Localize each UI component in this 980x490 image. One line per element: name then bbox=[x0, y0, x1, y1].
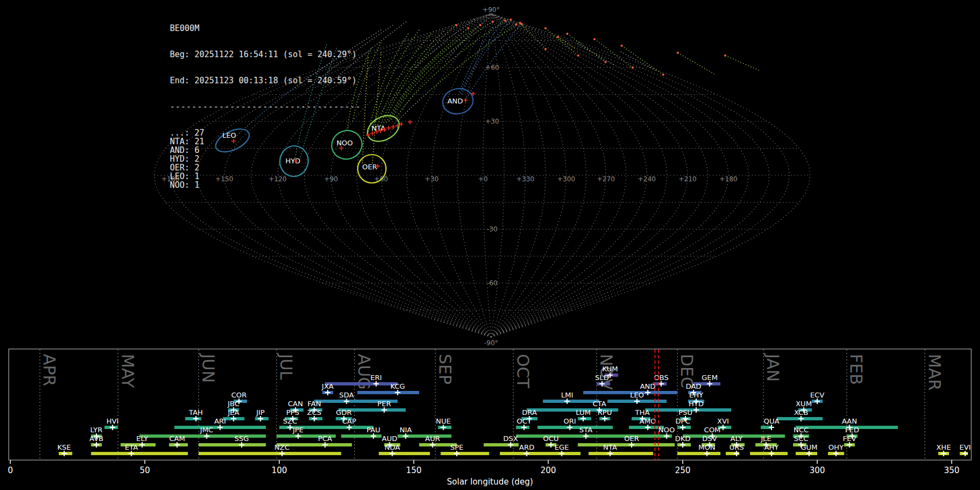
x-axis-tick-label: 200 bbox=[541, 465, 556, 475]
x-axis-title: Solar longitude (deg) bbox=[447, 477, 533, 487]
shower-code-label: URS bbox=[729, 443, 744, 451]
peak-marker bbox=[941, 451, 946, 456]
drift-trail bbox=[382, 25, 456, 126]
peak-marker bbox=[62, 451, 67, 456]
meteor-plus-marker bbox=[366, 133, 370, 137]
shower-code-label: FAN bbox=[308, 400, 321, 408]
peak-marker bbox=[403, 433, 408, 439]
drift-trail bbox=[388, 25, 480, 122]
trail-endpoint-dot bbox=[621, 45, 623, 47]
shower-code-label: CAM bbox=[169, 434, 185, 443]
shower-code-label: EHY bbox=[689, 391, 703, 399]
trail-endpoint-dot bbox=[510, 19, 512, 21]
shower-code-label: ARI bbox=[214, 417, 226, 425]
trail-endpoint-dot bbox=[662, 74, 664, 76]
shower-bar-tah: TAH bbox=[185, 408, 203, 421]
meteor-plus-marker bbox=[399, 122, 403, 126]
trail-endpoint-dot bbox=[557, 36, 559, 38]
month-label-jul: JUL bbox=[277, 353, 296, 380]
peak-marker bbox=[602, 416, 608, 421]
peak-marker bbox=[769, 451, 774, 456]
shower-count-item: OER: 2 bbox=[170, 163, 361, 172]
shower-code-label: SDA bbox=[339, 391, 354, 399]
shower-bar-ecv: ECV bbox=[810, 391, 824, 404]
shower-count-item: NOO: 1 bbox=[170, 181, 361, 189]
drift-trail bbox=[567, 34, 605, 62]
shower-code-label: PER bbox=[377, 400, 391, 408]
peak-marker bbox=[128, 451, 134, 456]
shower-code-label: KCG bbox=[390, 382, 405, 390]
shower-code-label: XHE bbox=[936, 443, 951, 451]
shower-bar-qua: QUA bbox=[761, 417, 779, 430]
peak-marker bbox=[454, 451, 460, 456]
shower-code-label: AUR bbox=[425, 434, 440, 443]
peak-marker bbox=[680, 442, 685, 448]
peak-marker bbox=[707, 381, 712, 387]
separator-line: ----------------------------------- bbox=[170, 102, 361, 111]
peak-marker bbox=[629, 442, 634, 448]
peak-marker bbox=[94, 442, 99, 448]
trail-endpoint-dot bbox=[724, 54, 726, 57]
drift-trail bbox=[725, 56, 760, 71]
trail-endpoint-dot bbox=[677, 52, 679, 54]
peak-marker bbox=[311, 416, 317, 421]
shower-code-label: MON bbox=[699, 443, 715, 451]
begin-time-line: Beg: 20251122 16:54:11 (sol = 240.29°) bbox=[170, 50, 361, 59]
peak-marker bbox=[440, 425, 446, 430]
peak-marker bbox=[258, 416, 263, 421]
station-id: BE000M bbox=[170, 24, 361, 33]
shower-code-label: JLE bbox=[760, 434, 771, 443]
x-axis-tick-label: 50 bbox=[139, 465, 150, 475]
shower-code-label: HVI bbox=[106, 417, 119, 425]
peak-marker bbox=[346, 425, 352, 430]
shower-code-label: JMC bbox=[200, 426, 213, 434]
month-label-may: MAY bbox=[118, 354, 137, 388]
meteor-plus-marker bbox=[387, 126, 391, 130]
shower-code-label: JIP bbox=[256, 408, 265, 416]
shower-code-label: OCT bbox=[517, 417, 531, 425]
peak-marker bbox=[344, 399, 350, 404]
shower-code-label: TAH bbox=[188, 408, 203, 416]
shower-code-label: NCC bbox=[793, 426, 808, 434]
shower-bar-fev: FEV bbox=[843, 434, 856, 448]
trail-endpoint-dot bbox=[577, 54, 579, 57]
trail-endpoint-dot bbox=[467, 27, 469, 29]
peak-marker bbox=[645, 425, 651, 430]
peak-marker bbox=[174, 442, 180, 448]
shower-count-item: AND: 6 bbox=[170, 146, 361, 155]
peak-marker bbox=[720, 425, 726, 430]
shower-code-label: CAN bbox=[288, 400, 303, 408]
drift-trail bbox=[466, 24, 522, 99]
month-label-jan: JAN bbox=[763, 353, 782, 382]
trail-endpoint-dot bbox=[604, 61, 607, 63]
x-axis-tick-label: 0 bbox=[8, 465, 13, 475]
x-axis-tick-label: 150 bbox=[406, 465, 422, 475]
shower-bar-oct: OCT bbox=[516, 417, 531, 430]
shower-code-label: ELY bbox=[136, 434, 148, 443]
peak-marker bbox=[430, 442, 436, 448]
end-time-line: End: 20251123 00:13:18 (sol = 240.59°) bbox=[170, 76, 361, 85]
trail-endpoint-dot bbox=[544, 48, 547, 50]
longitude-label: +0 bbox=[478, 175, 488, 183]
shower-code-label: GDR bbox=[336, 408, 352, 416]
shower-count-item: LEO: 1 bbox=[170, 172, 361, 181]
longitude-label: +210 bbox=[679, 175, 697, 183]
radiant-label-oer: OER bbox=[362, 163, 377, 171]
radiant-ellipse-and: AND bbox=[440, 86, 475, 117]
meteor-plus-marker bbox=[463, 98, 468, 102]
peak-marker bbox=[834, 451, 839, 456]
peak-marker bbox=[583, 433, 589, 439]
observation-info-panel: BE000M Beg: 20251122 16:54:11 (sol = 240… bbox=[170, 7, 361, 207]
shower-code-label: STA bbox=[579, 426, 592, 434]
shower-code-label: PAU bbox=[366, 426, 380, 434]
shower-code-label: OBS bbox=[654, 373, 669, 382]
peak-marker bbox=[231, 416, 236, 421]
shower-code-label: THA bbox=[635, 408, 650, 416]
shower-code-label: AND bbox=[640, 382, 656, 390]
peak-marker bbox=[193, 416, 199, 421]
peak-marker bbox=[798, 416, 804, 421]
shower-bar-xhe: XHE bbox=[936, 443, 951, 456]
peak-marker bbox=[296, 433, 301, 439]
shower-code-label: LUM bbox=[576, 408, 591, 416]
shower-code-label: DPC bbox=[676, 417, 690, 425]
